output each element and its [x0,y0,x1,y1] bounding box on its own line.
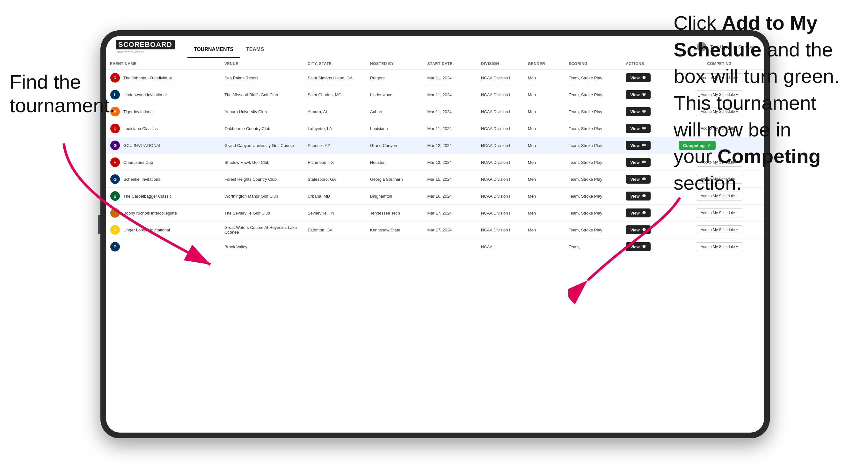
annotation-right: Click Add to My Schedule and thebox will… [674,9,859,196]
event-name: The Johnnie - O Individual [123,75,172,80]
gender-cell: Men [524,120,565,137]
actions-cell: View 👁 [622,120,675,137]
scoring-cell: Team, Stroke Play [565,120,622,137]
add-to-schedule-button[interactable]: Add to My Schedule + [696,225,743,234]
arrow-left [38,127,229,287]
actions-cell: View 👁 [622,86,675,103]
city-cell: Statesboro, GA [304,171,366,188]
gender-cell: Men [524,222,565,239]
date-cell: Mar 11, 2024 [423,103,477,120]
city-cell: Auburn, AL [304,103,366,120]
city-cell: Urbana, MD [304,188,366,205]
view-button[interactable]: View 👁 [626,107,650,116]
division-cell: NCAA Division I [477,69,524,86]
eye-icon: 👁 [642,109,646,114]
eye-icon: 👁 [642,92,646,97]
venue-cell: Auburn University Club [221,103,304,120]
hosted-cell: Lindenwood [366,86,424,103]
gender-cell: Men [524,103,565,120]
hosted-cell: Auburn [366,103,424,120]
scoring-cell: Team, Stroke Play [565,103,622,120]
scoring-cell: Team, Stroke Play [565,69,622,86]
event-name-cell: R The Johnnie - O Individual [106,69,221,86]
division-cell: NCAA Division I [477,103,524,120]
actions-cell: View 👁 [622,137,675,154]
division-cell: NCAA Division I [477,171,524,188]
tab-tournaments[interactable]: TOURNAMENTS [187,36,240,58]
venue-cell: Grand Canyon University Golf Course [221,137,304,154]
col-header-gender: GENDER [524,58,565,69]
event-name-cell: A Tiger Invitational [106,103,221,120]
hosted-cell [366,239,424,255]
venue-cell: Great Waters Course At Reynolds Lake Oco… [221,222,304,239]
gender-cell [524,239,565,255]
venue-cell: Brook Valley [221,239,304,255]
powered-by: Powered by clippd [116,50,175,54]
col-header-scoring: SCORING [565,58,622,69]
city-cell: Saint Charles, MO [304,86,366,103]
date-cell: Mar 17, 2024 [423,205,477,222]
view-button[interactable]: View 👁 [626,73,650,82]
event-name-cell: L Lindenwood Invitational [106,86,221,103]
gender-cell: Men [524,205,565,222]
date-cell: Mar 11, 2024 [423,69,477,86]
view-button[interactable]: View 👁 [626,158,650,167]
view-button[interactable]: View 👁 [626,90,650,99]
table-row: A Tiger Invitational Auburn University C… [106,103,764,120]
venue-cell: The Sevierville Golf Club [221,205,304,222]
hosted-cell: Binghamton [366,188,424,205]
logo-text: SCOREBOARD [116,40,175,50]
view-button[interactable]: View 👁 [626,141,650,150]
view-button[interactable]: View 👁 [626,175,650,184]
gender-cell: Men [524,188,565,205]
scoring-cell: Team, Stroke Play [565,137,622,154]
view-button[interactable]: View 👁 [626,124,650,133]
city-cell: Sevierville, TN [304,205,366,222]
division-cell: NCAA [477,239,524,255]
date-cell: Mar 15, 2024 [423,171,477,188]
col-header-date: START DATE [423,58,477,69]
venue-cell: Oakbourne Country Club [221,120,304,137]
gender-cell: Men [524,137,565,154]
date-cell: Mar 12, 2024 [423,137,477,154]
col-header-event: EVENT NAME [106,58,221,69]
tab-teams[interactable]: TEAMS [240,36,270,58]
event-name: Lindenwood Invitational [123,92,167,97]
date-cell: Mar 16, 2024 [423,188,477,205]
nav-tabs: TOURNAMENTS TEAMS [187,36,270,58]
city-cell [304,239,366,255]
division-cell: NCAA Division I [477,154,524,171]
actions-cell: View 👁 [622,154,675,171]
division-cell: NCAA Division I [477,137,524,154]
division-cell: NCAA Division I [477,86,524,103]
hosted-cell: Rutgers [366,69,424,86]
scoring-cell: Team, Stroke Play [565,171,622,188]
hosted-cell: Georgia Southern [366,171,424,188]
gender-cell: Men [524,171,565,188]
col-header-actions: ACTIONS [622,58,675,69]
date-cell [423,239,477,255]
date-cell: Mar 17, 2024 [423,222,477,239]
actions-cell: View 👁 [622,171,675,188]
venue-cell: Worthington Manor Golf Club [221,188,304,205]
venue-cell: Shadow Hawk Golf Club [221,154,304,171]
add-to-schedule-button[interactable]: Add to My Schedule + [696,209,743,217]
table-row: L Lindenwood Invitational The Missouri B… [106,86,764,103]
eye-icon: 👁 [642,75,646,80]
hosted-cell: Houston [366,154,424,171]
arrow-right [568,191,696,319]
gender-cell: Men [524,154,565,171]
city-cell: Saint Simons Island, GA [304,69,366,86]
col-header-hosted: HOSTED BY [366,58,424,69]
app-header: SCOREBOARD Powered by clippd TOURNAMENTS… [106,36,764,58]
scoring-cell: Team, Stroke Play [565,154,622,171]
city-cell: Eatonton, GA [304,222,366,239]
city-cell: Richmond, TX [304,154,366,171]
division-cell: NCAA Division I [477,120,524,137]
date-cell: Mar 11, 2024 [423,120,477,137]
eye-icon: 👁 [642,126,646,131]
annotation-left: Find the tournament. [9,70,115,118]
date-cell: Mar 11, 2024 [423,86,477,103]
eye-icon: 👁 [642,143,646,148]
add-to-schedule-button[interactable]: Add to My Schedule + [696,242,743,251]
